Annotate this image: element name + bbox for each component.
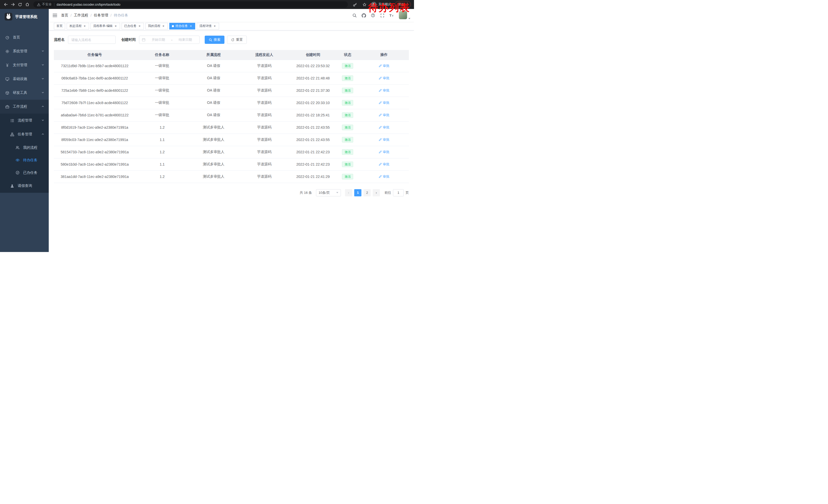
cell-task-id: a6aba0a4-7b6d-11ec-b781-acde48001122 — [54, 109, 135, 121]
sidebar-item-my-process[interactable]: 我的流程 — [0, 141, 49, 154]
browser-reload-button[interactable] — [16, 1, 24, 8]
status-badge: 激活 — [342, 137, 353, 142]
cell-task-id: 73211d9d-7b9b-11ec-b5b7-acde48001122 — [54, 60, 135, 72]
password-key-icon[interactable] — [351, 1, 359, 8]
tab-todo-tasks[interactable]: 待办任务× — [169, 23, 195, 30]
page-button-2[interactable]: 2 — [364, 189, 371, 196]
col-starter: 流程发起人 — [239, 50, 290, 60]
sidebar-menu: 首页系统管理支付管理基础设施研发工具工作流程流程管理任务管理我的流程待办任务已办… — [0, 25, 49, 193]
close-icon[interactable]: × — [83, 25, 86, 28]
sidebar-item-home[interactable]: 首页 — [0, 31, 49, 44]
hamburger-icon — [52, 13, 57, 17]
sidebar-item-infrastructure[interactable]: 基础设施 — [0, 72, 49, 86]
approve-link[interactable]: 审批 — [379, 100, 389, 105]
process-name-input[interactable] — [68, 36, 116, 44]
cell-process: OA 请假 — [189, 97, 239, 109]
people-icon — [15, 146, 20, 149]
tab-label: 待办任务 — [175, 24, 188, 28]
search-icon[interactable] — [350, 11, 359, 19]
cell-process: OA 请假 — [189, 109, 239, 121]
cell-task-id: 725a1eb6-7b88-11ec-8ef0-acde48001122 — [54, 84, 135, 97]
approve-link[interactable]: 审批 — [379, 174, 389, 179]
approve-link[interactable]: 审批 — [379, 162, 389, 167]
sidebar: 芋道管理系统 首页系统管理支付管理基础设施研发工具工作流程流程管理任务管理我的流… — [0, 9, 49, 252]
approve-link[interactable]: 审批 — [379, 63, 389, 68]
sidebar-item-leave-query[interactable]: 请假查询 — [0, 179, 49, 193]
sidebar-toggle-button[interactable] — [49, 9, 61, 22]
breadcrumb-item-home[interactable]: 首页 — [61, 13, 68, 18]
sidebar-item-done-tasks[interactable]: 已办任务 — [0, 166, 49, 179]
sidebar-item-system[interactable]: 系统管理 — [0, 44, 49, 58]
breadcrumb-item-workflow[interactable]: 工作流程 — [74, 13, 88, 18]
prev-page-button[interactable]: ‹ — [345, 189, 352, 196]
tab-done-tasks[interactable]: 已办任务× — [122, 23, 144, 30]
create-time-range-picker[interactable]: 开始日期 - 结束日期 — [139, 36, 200, 44]
cell-create-time: 2022-01-21 22:41:29 — [290, 171, 336, 183]
sidebar-item-process-mgmt[interactable]: 流程管理 — [0, 113, 49, 127]
tab-form-edit[interactable]: 流程表单-编辑× — [90, 23, 120, 30]
chevron-down-icon — [41, 119, 44, 123]
page-button-1[interactable]: 1 — [354, 189, 362, 196]
github-icon[interactable] — [359, 11, 368, 19]
sidebar-item-payment[interactable]: 支付管理 — [0, 58, 49, 72]
sidebar-item-dev-tools[interactable]: 研发工具 — [0, 86, 49, 100]
goto-page-input[interactable] — [393, 189, 404, 196]
approve-link[interactable]: 审批 — [379, 76, 389, 81]
breadcrumb-separator: / — [71, 13, 72, 17]
cell-starter: 芋道源码 — [239, 109, 290, 121]
sidebar-item-todo-tasks[interactable]: 待办任务 — [0, 154, 49, 166]
col-status: 状态 — [336, 50, 359, 60]
sidebar-item-label: 已办任务 — [23, 171, 37, 175]
approve-link[interactable]: 审批 — [379, 150, 389, 154]
close-icon[interactable]: × — [189, 25, 193, 28]
close-icon[interactable]: × — [162, 25, 165, 28]
breadcrumb-separator: / — [90, 13, 92, 17]
sidebar-item-label: 任务管理 — [18, 132, 32, 137]
sidebar-item-task-mgmt[interactable]: 任务管理 — [0, 127, 49, 141]
sidebar-item-label: 工作流程 — [13, 104, 27, 109]
browser-back-button[interactable] — [2, 1, 9, 8]
status-badge: 激活 — [342, 125, 353, 130]
next-page-button[interactable]: › — [373, 189, 380, 196]
approve-link-label: 审批 — [383, 150, 389, 154]
bookmark-star-icon[interactable] — [361, 1, 368, 8]
browser-forward-button[interactable] — [9, 1, 16, 8]
table-row: 580e1b3d-7ac8-11ec-a9e2-a2380e71991a1.1测… — [54, 158, 409, 171]
approve-link[interactable]: 审批 — [379, 125, 389, 130]
cell-status: 激活 — [336, 109, 359, 121]
close-icon[interactable]: × — [213, 25, 216, 28]
address-bar[interactable]: 不安全 dashboard.yudao.iocoder.cn/bpm/task/… — [33, 1, 348, 8]
cell-task-name: 一级审批 — [135, 72, 189, 84]
cell-starter: 芋道源码 — [239, 97, 290, 109]
total-count: 共 16 条 — [300, 190, 312, 195]
tab-start-process[interactable]: 发起流程× — [67, 23, 89, 30]
app-logo[interactable]: 芋道管理系统 — [0, 9, 49, 25]
tab-process-detail[interactable]: 流程详情× — [197, 23, 219, 30]
tab-home[interactable]: 首页 — [54, 23, 65, 30]
tab-my-process[interactable]: 我的流程× — [146, 23, 168, 30]
page-size-select[interactable]: 10条/页 — [316, 189, 341, 196]
breadcrumb-item-task-mgmt[interactable]: 任务管理 — [94, 13, 108, 18]
table-row: 725a1eb6-7b88-11ec-8ef0-acde48001122一级审批… — [54, 84, 409, 97]
approve-link[interactable]: 审批 — [379, 137, 389, 142]
chevron-down-icon — [41, 91, 44, 95]
approve-link-label: 审批 — [383, 125, 389, 130]
edit-icon — [379, 89, 382, 92]
done-icon — [15, 171, 20, 175]
approve-link[interactable]: 审批 — [379, 113, 389, 118]
breadcrumb-item-current: 待办任务 — [114, 13, 128, 18]
breadcrumb-separator: / — [111, 13, 112, 17]
cell-process: 测试多审批人 — [189, 134, 239, 146]
yen-icon — [5, 63, 9, 67]
cell-actions: 审批 — [359, 158, 409, 171]
cell-process: OA 请假 — [189, 84, 239, 97]
sidebar-item-workflow[interactable]: 工作流程 — [0, 100, 49, 113]
tab-label: 我的流程 — [148, 24, 160, 28]
search-button[interactable]: 搜索 — [205, 36, 224, 44]
reset-button[interactable]: 重置 — [227, 36, 247, 44]
close-icon[interactable]: × — [114, 25, 118, 28]
browser-home-button[interactable] — [24, 1, 31, 8]
approve-link[interactable]: 审批 — [379, 88, 389, 93]
cell-actions: 审批 — [359, 97, 409, 109]
close-icon[interactable]: × — [138, 25, 141, 28]
